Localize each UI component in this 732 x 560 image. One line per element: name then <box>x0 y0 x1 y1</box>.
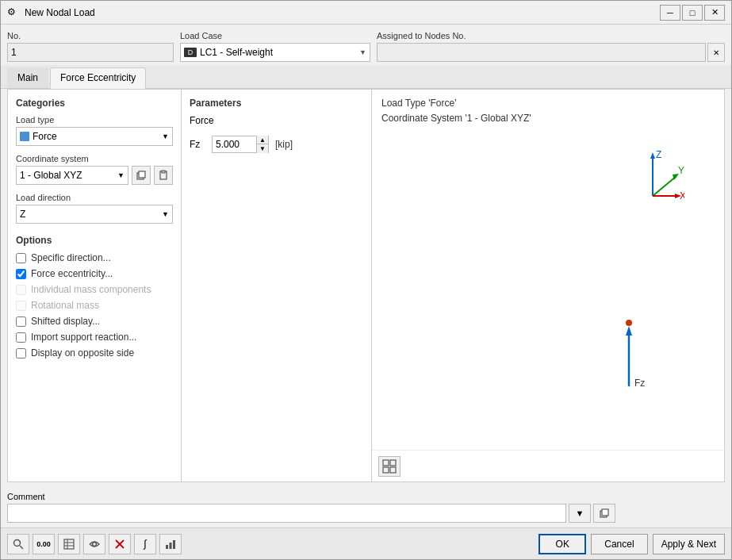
specific-direction-checkbox[interactable] <box>16 253 26 263</box>
comment-copy-button[interactable] <box>593 504 615 523</box>
window-controls: ─ □ ✕ <box>660 5 725 21</box>
coord-system-value: 1 - Global XYZ <box>20 170 117 181</box>
svg-text:Y: Y <box>678 165 684 176</box>
svg-rect-33 <box>170 543 172 549</box>
footer-tools: 0.00 ∫ <box>7 534 538 554</box>
bottom-right-spacer <box>622 492 725 523</box>
coord-copy-button[interactable] <box>132 166 151 185</box>
lc-label: Load Case <box>180 31 370 40</box>
spin-up-button[interactable]: ▲ <box>257 136 268 144</box>
nodes-label: Assigned to Nodes No. <box>377 31 725 40</box>
spinner-buttons: ▲ ▼ <box>256 136 268 153</box>
load-direction-dropdown[interactable]: Z ▼ <box>16 205 173 224</box>
option-import-support: Import support reaction... <box>16 332 173 343</box>
window-title: New Nodal Load <box>25 7 660 18</box>
table-icon <box>63 539 75 550</box>
spin-down-button[interactable]: ▼ <box>257 144 268 153</box>
maximize-button[interactable]: □ <box>682 5 703 21</box>
fz-value-input[interactable] <box>213 136 256 152</box>
ok-button[interactable]: OK <box>538 534 586 554</box>
tab-force-eccentricity[interactable]: Force Eccentricity <box>50 67 146 89</box>
footer: 0.00 ∫ <box>1 527 731 559</box>
load-type-label: Load type <box>16 115 173 125</box>
search-icon <box>13 539 24 550</box>
comment-dropdown-button[interactable]: ▼ <box>569 504 591 523</box>
individual-mass-checkbox <box>16 285 26 295</box>
coord-system-dropdown[interactable]: 1 - Global XYZ ▼ <box>16 166 128 185</box>
paste-icon <box>158 170 169 181</box>
load-type-dropdown[interactable]: Force ▼ <box>16 127 173 146</box>
tool-delete-button[interactable] <box>109 534 131 554</box>
svg-point-29 <box>93 542 97 546</box>
svg-text:Z: Z <box>656 149 661 160</box>
diagram-area: Load Type 'Force' Coordinate System '1 -… <box>372 90 724 481</box>
specific-direction-label[interactable]: Specific direction... <box>31 252 111 263</box>
no-label: No. <box>7 31 174 40</box>
diagram-bottom <box>372 450 724 481</box>
no-input[interactable] <box>7 43 174 62</box>
tool-view-button[interactable] <box>83 534 105 554</box>
no-group: No. <box>7 31 174 62</box>
diagram-info: Load Type 'Force' Coordinate System '1 -… <box>372 90 724 132</box>
diagram-canvas: Z Y X <box>372 132 724 450</box>
svg-marker-5 <box>650 152 655 159</box>
display-opposite-checkbox[interactable] <box>16 348 26 359</box>
options-title: Options <box>16 235 173 246</box>
load-direction-label: Load direction <box>16 193 173 202</box>
import-support-label[interactable]: Import support reaction... <box>31 332 136 343</box>
bottom-section: Comment ▼ <box>1 489 731 527</box>
force-diagram-svg: Fz <box>597 307 661 402</box>
tool-zero-button[interactable]: 0.00 <box>33 534 55 554</box>
options-section: Options Specific direction... Force ecce… <box>16 235 173 363</box>
force-param-label: Force <box>190 115 363 126</box>
display-opposite-label[interactable]: Display on opposite side <box>31 347 134 359</box>
tab-main[interactable]: Main <box>7 67 48 88</box>
option-shifted-display: Shifted display... <box>16 316 173 327</box>
diagram-tool-button[interactable] <box>378 456 400 477</box>
load-type-color <box>20 132 29 141</box>
shifted-display-checkbox[interactable] <box>16 316 26 327</box>
nodes-input-row: ✕ <box>377 43 725 62</box>
middle-panel: Parameters Force Fz ▲ ▼ [kip] <box>182 89 372 482</box>
option-individual-mass: Individual mass components <box>16 284 173 295</box>
footer-actions: OK Cancel Apply & Next <box>538 534 725 554</box>
tool-search-button[interactable] <box>7 534 29 554</box>
comment-input[interactable] <box>7 504 566 523</box>
nodes-input[interactable] <box>377 43 706 62</box>
load-type-value: Force <box>33 131 162 142</box>
fz-spinner[interactable]: ▲ ▼ <box>212 136 269 153</box>
svg-line-24 <box>20 546 23 549</box>
comment-input-row: ▼ <box>7 504 615 523</box>
coord-system-input-row: 1 - Global XYZ ▼ <box>16 166 173 185</box>
tabs-bar: Main Force Eccentricity <box>1 65 731 89</box>
close-button[interactable]: ✕ <box>704 5 725 21</box>
diagram-line1: Load Type 'Force' <box>381 96 715 111</box>
tool-function-button[interactable]: ∫ <box>134 534 156 554</box>
option-specific-direction: Specific direction... <box>16 252 173 263</box>
minimize-button[interactable]: ─ <box>660 5 680 21</box>
svg-rect-25 <box>64 539 74 549</box>
load-case-dropdown[interactable]: D LC1 - Self-weight ▼ <box>180 43 370 62</box>
categories-title: Categories <box>16 98 173 109</box>
force-eccentricity-checkbox[interactable] <box>16 269 26 279</box>
svg-rect-18 <box>390 460 396 466</box>
right-panel: Load Type 'Force' Coordinate System '1 -… <box>372 89 725 482</box>
shifted-display-label[interactable]: Shifted display... <box>31 316 100 327</box>
left-panel: Categories Load type Force ▼ Coordinate … <box>7 89 182 482</box>
load-direction-value: Z <box>20 209 162 220</box>
rotational-mass-label: Rotational mass <box>31 300 99 311</box>
load-direction-row: Load direction Z ▼ <box>16 193 173 224</box>
tool-table-button[interactable] <box>58 534 80 554</box>
svg-rect-17 <box>383 460 389 466</box>
apply-next-button[interactable]: Apply & Next <box>653 534 725 554</box>
nodes-clear-button[interactable]: ✕ <box>707 43 725 62</box>
coord-paste-button[interactable] <box>154 166 173 185</box>
lc-arrow-icon: ▼ <box>359 48 366 56</box>
svg-rect-34 <box>173 540 175 549</box>
force-eccentricity-label[interactable]: Force eccentricity... <box>31 268 113 279</box>
comment-group: Comment ▼ <box>7 492 615 523</box>
cancel-button[interactable]: Cancel <box>591 534 647 554</box>
import-support-checkbox[interactable] <box>16 332 26 343</box>
tool-chart-button[interactable] <box>159 534 182 554</box>
top-section: No. Load Case D LC1 - Self-weight ▼ Assi… <box>1 25 731 65</box>
